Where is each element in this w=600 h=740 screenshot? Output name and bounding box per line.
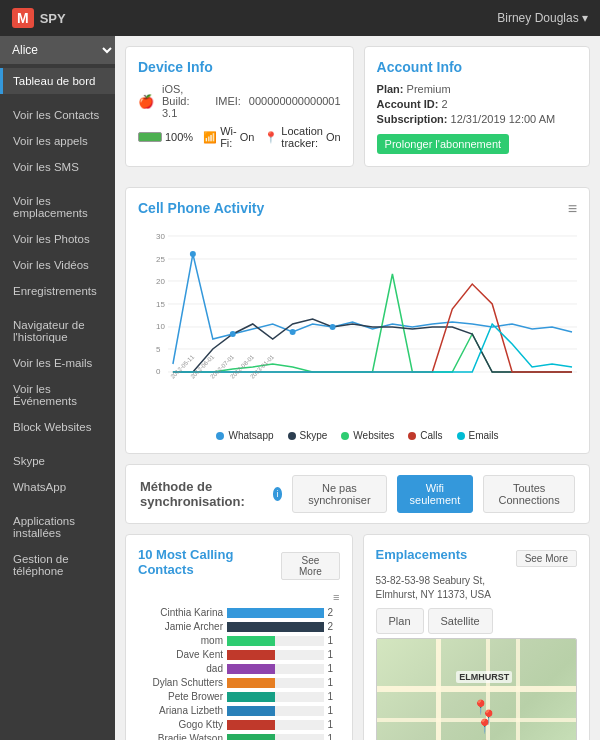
plan-label: Plan: xyxy=(377,83,404,95)
sidebar-item-calls[interactable]: Voir les appels xyxy=(0,128,115,154)
contacts-title: 10 Most Calling Contacts xyxy=(138,547,281,577)
subscription-label: Subscription: xyxy=(377,113,448,125)
legend-whatsapp-label: Whatsapp xyxy=(228,430,273,441)
battery-pct: 100% xyxy=(165,131,193,143)
contact-name: Cinthia Karina xyxy=(138,607,223,618)
account-info-card: Account Info Plan: Premium Account ID: 2… xyxy=(364,46,590,167)
sidebar-item-events[interactable]: Voir les Événements xyxy=(0,376,115,414)
sidebar-item-locations[interactable]: Voir les emplacements xyxy=(0,188,115,226)
account-id-row: Account ID: 2 xyxy=(377,98,577,110)
wifi-icon: 📶 xyxy=(203,131,217,144)
sidebar-item-whatsapp[interactable]: WhatsApp xyxy=(0,474,115,500)
chart-title: Cell Phone Activity xyxy=(138,200,577,216)
location-icon: 📍 xyxy=(264,131,278,144)
contact-count: 1 xyxy=(328,649,340,660)
chart-menu-icon[interactable]: ≡ xyxy=(568,200,577,218)
sidebar-item-block[interactable]: Block Websites xyxy=(0,414,115,440)
sidebar-item-phone-manage[interactable]: Gestion de téléphone xyxy=(0,546,115,584)
sync-wifi-button[interactable]: Wifi seulement xyxy=(397,475,474,513)
contact-name: Jamie Archer xyxy=(138,621,223,632)
contact-name: Pete Brower xyxy=(138,691,223,702)
sidebar: Alice Tableau de bord Voir les Contacts … xyxy=(0,36,115,740)
main-content: Device Info 🍎 iOS, Build: 3.1 IMEI: 0000… xyxy=(115,36,600,740)
svg-text:5: 5 xyxy=(156,345,161,354)
bottom-row: 10 Most Calling Contacts See More ≡ Cint… xyxy=(125,534,590,740)
calls-dot xyxy=(408,432,416,440)
contact-bar xyxy=(227,734,275,741)
account-id-label: Account ID: xyxy=(377,98,439,110)
contacts-list: Cinthia Karina 2 Jamie Archer 2 mom 1 Da… xyxy=(138,607,340,740)
map-pin-3: 📍 xyxy=(476,718,493,734)
sidebar-item-contacts[interactable]: Voir les Contacts xyxy=(0,102,115,128)
contact-bar-container xyxy=(227,720,324,730)
contact-row: Dylan Schutters 1 xyxy=(138,677,340,688)
sync-info-icon[interactable]: i xyxy=(273,487,283,501)
sidebar-item-videos[interactable]: Voir les Vidéos xyxy=(0,252,115,278)
map-see-more-button[interactable]: See More xyxy=(516,550,577,567)
activity-chart: 30 25 20 15 10 5 0 xyxy=(138,224,577,404)
chart-container: 30 25 20 15 10 5 0 xyxy=(138,224,577,424)
contact-name: Bradie Watson xyxy=(138,733,223,740)
contact-name: Gogo Ktty xyxy=(138,719,223,730)
contact-bar xyxy=(227,720,275,730)
contact-name: dad xyxy=(138,663,223,674)
chart-legend: Whatsapp Skype Websites Calls Emails xyxy=(138,430,577,441)
legend-calls: Calls xyxy=(408,430,442,441)
contacts-menu[interactable]: ≡ xyxy=(138,591,340,603)
svg-point-17 xyxy=(330,324,336,330)
contact-bar xyxy=(227,622,324,632)
sidebar-item-emails[interactable]: Voir les E-mails xyxy=(0,350,115,376)
contact-count: 1 xyxy=(328,719,340,730)
sidebar-item-skype[interactable]: Skype xyxy=(0,448,115,474)
contact-bar-container xyxy=(227,608,324,618)
legend-websites: Websites xyxy=(341,430,394,441)
contacts-see-more-button[interactable]: See More xyxy=(281,552,339,580)
sidebar-item-apps[interactable]: Applications installées xyxy=(0,508,115,546)
app-name: SPY xyxy=(40,11,66,26)
sync-all-button[interactable]: Toutes Connections xyxy=(483,475,575,513)
svg-point-14 xyxy=(190,251,196,257)
device-os: iOS, Build: 3.1 xyxy=(162,83,207,119)
sidebar-item-recordings[interactable]: Enregistrements xyxy=(0,278,115,304)
legend-emails-label: Emails xyxy=(469,430,499,441)
skype-dot xyxy=(288,432,296,440)
account-info-title: Account Info xyxy=(377,59,577,75)
map-satellite-button[interactable]: Satellite xyxy=(428,608,493,634)
svg-text:0: 0 xyxy=(156,367,161,376)
sidebar-item-photos[interactable]: Voir les Photos xyxy=(0,226,115,252)
contact-bar xyxy=(227,650,275,660)
legend-calls-label: Calls xyxy=(420,430,442,441)
contact-row: Jamie Archer 2 xyxy=(138,621,340,632)
contact-bar-container xyxy=(227,692,324,702)
sync-no-sync-button[interactable]: Ne pas synchroniser xyxy=(292,475,386,513)
device-os-row: 🍎 iOS, Build: 3.1 IMEI: 000000000000001 xyxy=(138,83,341,119)
sidebar-item-tableau[interactable]: Tableau de bord xyxy=(0,68,115,94)
battery-icon xyxy=(138,132,162,142)
road-h1 xyxy=(377,686,577,692)
map-plan-button[interactable]: Plan xyxy=(376,608,424,634)
contact-count: 2 xyxy=(328,621,340,632)
cell-activity-card: ≡ Cell Phone Activity 30 25 20 15 10 5 0 xyxy=(125,187,590,454)
contact-bar-container xyxy=(227,622,324,632)
legend-websites-label: Websites xyxy=(353,430,394,441)
contact-name: Dylan Schutters xyxy=(138,677,223,688)
legend-skype-label: Skype xyxy=(300,430,328,441)
user-select[interactable]: Alice xyxy=(0,36,115,64)
contact-count: 1 xyxy=(328,663,340,674)
sidebar-item-sms[interactable]: Voir les SMS xyxy=(0,154,115,180)
legend-skype: Skype xyxy=(288,430,328,441)
contacts-card: 10 Most Calling Contacts See More ≡ Cint… xyxy=(125,534,353,740)
wifi-info: 📶 Wi-Fi: On xyxy=(203,125,254,149)
contact-bar xyxy=(227,678,275,688)
apple-icon: 🍎 xyxy=(138,94,154,109)
header: M SPY Birney Douglas ▾ xyxy=(0,0,600,36)
sidebar-item-browser[interactable]: Navigateur de l'historique xyxy=(0,312,115,350)
contact-row: Dave Kent 1 xyxy=(138,649,340,660)
road-v1 xyxy=(436,639,441,740)
contact-bar xyxy=(227,608,324,618)
sync-label: Méthode de synchronisation: xyxy=(140,479,263,509)
contact-row: mom 1 xyxy=(138,635,340,646)
header-user[interactable]: Birney Douglas ▾ xyxy=(497,11,588,25)
subscription-row: Subscription: 12/31/2019 12:00 AM xyxy=(377,113,577,125)
extend-subscription-button[interactable]: Prolonger l'abonnement xyxy=(377,134,509,154)
